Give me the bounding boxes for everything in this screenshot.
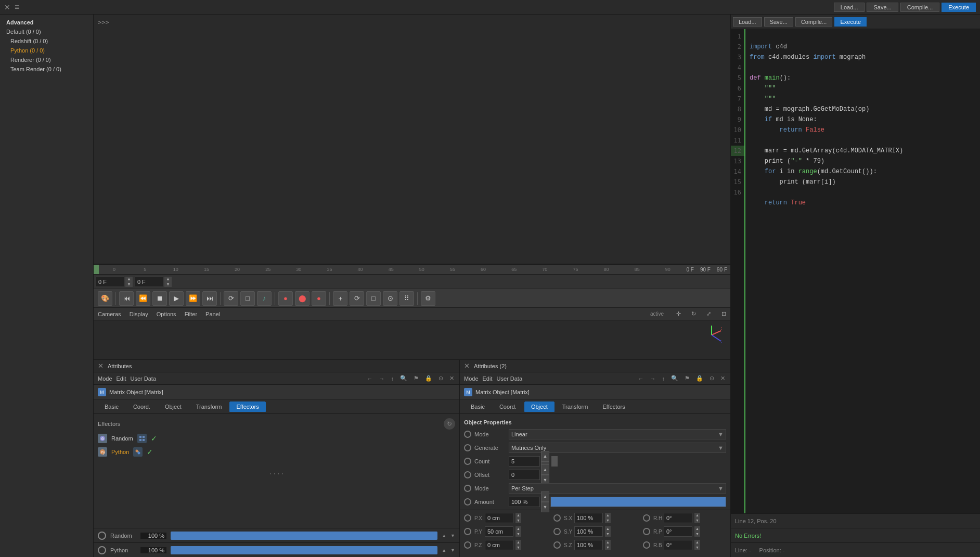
nav-search1-left[interactable]: 🔍 (400, 375, 407, 382)
px-up[interactable]: ▲ (515, 513, 521, 518)
prop-circle-px[interactable] (464, 514, 471, 522)
timeline-bar[interactable]: 0 5 10 15 20 25 30 35 40 45 50 55 60 65 … (94, 264, 730, 275)
prop-circle-generate[interactable] (464, 444, 471, 451)
viewport-icon-expand[interactable]: ⊡ (721, 310, 726, 317)
python-slider-spin-up[interactable]: ▲ (442, 548, 446, 553)
prop-circle-count[interactable] (464, 458, 471, 465)
rh-dn[interactable]: ▼ (694, 518, 700, 523)
prop-circle-sy[interactable] (553, 528, 561, 535)
nav-search1-right[interactable]: 🔍 (671, 375, 678, 382)
prev-frame-btn[interactable]: ⏪ (136, 291, 150, 306)
tab-basic-right[interactable]: Basic (464, 401, 492, 412)
square-btn[interactable]: □ (366, 291, 381, 306)
viewport-canvas[interactable]: X Y Z (94, 320, 730, 359)
viewport-menu-filter[interactable]: Filter (185, 311, 197, 317)
sx-dn[interactable]: ▼ (605, 518, 611, 523)
skip-start-btn[interactable]: ⏮ (119, 291, 134, 306)
viewport-icon-move[interactable]: ✛ (676, 310, 681, 317)
nav-circle-left[interactable]: ⊙ (439, 375, 443, 382)
python-slider-spin-dn[interactable]: ▼ (450, 548, 455, 553)
sy-value[interactable]: 100 % (574, 526, 603, 537)
next-frame-btn[interactable]: ⏩ (186, 291, 200, 306)
tab-object-right[interactable]: Object (524, 401, 555, 412)
sy-up[interactable]: ▲ (605, 526, 611, 532)
compile-button[interactable]: Compile... (900, 3, 940, 12)
close-icon[interactable]: ✕ (4, 3, 10, 11)
py-value[interactable]: 50 cm (485, 526, 513, 537)
sz-value[interactable]: 100 % (574, 540, 603, 550)
tab-coord-left[interactable]: Coord. (126, 401, 157, 412)
sidebar-item-teamrender[interactable]: Team Render (0 / 0) (0, 64, 93, 74)
prop-circle-mode[interactable] (464, 431, 471, 438)
py-dn[interactable]: ▼ (515, 532, 521, 537)
nav-back-right[interactable]: ← (638, 375, 644, 382)
rb-value[interactable]: 0° (664, 540, 692, 550)
offset-up[interactable]: ▲ (541, 464, 549, 475)
time-start-down[interactable]: ▼ (125, 282, 133, 287)
mode-btn[interactable]: □ (240, 291, 255, 306)
tab-effectors-left[interactable]: Effectors (229, 401, 265, 412)
load-button[interactable]: Load... (834, 3, 865, 12)
sy-dn[interactable]: ▼ (605, 532, 611, 537)
pz-up[interactable]: ▲ (515, 540, 521, 545)
nav-fwd-right[interactable]: → (650, 375, 656, 382)
attrs-edit-left[interactable]: Edit (117, 375, 126, 382)
play-btn[interactable]: ▶ (169, 291, 184, 306)
console-output[interactable]: >>> (94, 15, 730, 264)
prop-mode-dropdown[interactable]: Linear ▼ (509, 429, 726, 439)
code-save-btn[interactable]: Save... (764, 17, 793, 27)
rp-dn[interactable]: ▼ (694, 532, 700, 537)
loop-btn[interactable]: ⟳ (224, 291, 238, 306)
prop-circle-py[interactable] (464, 528, 471, 535)
rh-value[interactable]: 0° (664, 513, 692, 523)
time-current-down[interactable]: ▼ (164, 282, 172, 287)
px-value[interactable]: 0 cm (485, 513, 513, 523)
circle-btn[interactable]: ⊙ (383, 291, 397, 306)
random-slider-spin-up[interactable]: ▲ (442, 533, 446, 538)
tab-coord-right[interactable]: Coord. (493, 401, 523, 412)
tab-basic-left[interactable]: Basic (98, 401, 125, 412)
audio-btn[interactable]: ♪ (257, 291, 272, 306)
amount-up[interactable]: ▲ (541, 491, 549, 502)
time-current-up[interactable]: ▲ (164, 277, 172, 282)
attrs-mode-left[interactable]: Mode (98, 375, 112, 382)
tab-transform-right[interactable]: Transform (556, 401, 595, 412)
attrs-close-icon-left[interactable]: ✕ (98, 362, 104, 370)
menu-icon[interactable]: ≡ (15, 3, 19, 12)
grid-btn[interactable]: ⠿ (399, 291, 414, 306)
rec3-btn[interactable]: ● (312, 291, 326, 306)
random-slider-track[interactable] (171, 532, 437, 540)
attrs-userdata-left[interactable]: User Data (131, 375, 157, 382)
nav-search2-left[interactable]: ⚑ (414, 375, 419, 382)
prop-circle-offset[interactable] (464, 471, 471, 478)
py-up[interactable]: ▲ (515, 526, 521, 532)
viewport-menu-display[interactable]: Display (130, 311, 148, 317)
rp-value[interactable]: 0° (664, 526, 692, 537)
attrs-close-icon-right[interactable]: ✕ (464, 362, 470, 370)
rp-up[interactable]: ▲ (694, 526, 700, 532)
time-current-input[interactable] (135, 277, 163, 287)
prop-circle-sz[interactable] (553, 541, 561, 549)
nav-lock-left[interactable]: 🔒 (425, 375, 432, 382)
sx-value[interactable]: 100 % (574, 513, 603, 523)
python-circle[interactable] (98, 546, 106, 554)
viewport-icon-zoom[interactable]: ⤢ (706, 310, 711, 317)
paint-btn[interactable]: 🎨 (98, 291, 112, 306)
code-load-btn[interactable]: Load... (733, 17, 762, 27)
count-up[interactable]: ▲ (541, 451, 549, 461)
rb-dn[interactable]: ▼ (694, 545, 700, 550)
prop-circle-pz[interactable] (464, 541, 471, 549)
rb-up[interactable]: ▲ (694, 540, 700, 545)
tab-transform-left[interactable]: Transform (189, 401, 229, 412)
execute-button[interactable]: Execute (942, 3, 976, 12)
sz-dn[interactable]: ▼ (605, 545, 611, 550)
amount-input[interactable] (509, 497, 540, 507)
time-start-up[interactable]: ▲ (125, 277, 133, 282)
attrs-userdata-right[interactable]: User Data (497, 375, 523, 382)
code-content[interactable]: import c4d from c4d.modules import mogra… (745, 29, 980, 513)
tab-effectors-right[interactable]: Effectors (596, 401, 631, 412)
viewport-menu-cameras[interactable]: Cameras (98, 311, 121, 317)
save-button[interactable]: Save... (867, 3, 898, 12)
prop-circle-mode2[interactable] (464, 485, 471, 492)
sidebar-item-default[interactable]: Default (0 / 0) (0, 27, 93, 36)
